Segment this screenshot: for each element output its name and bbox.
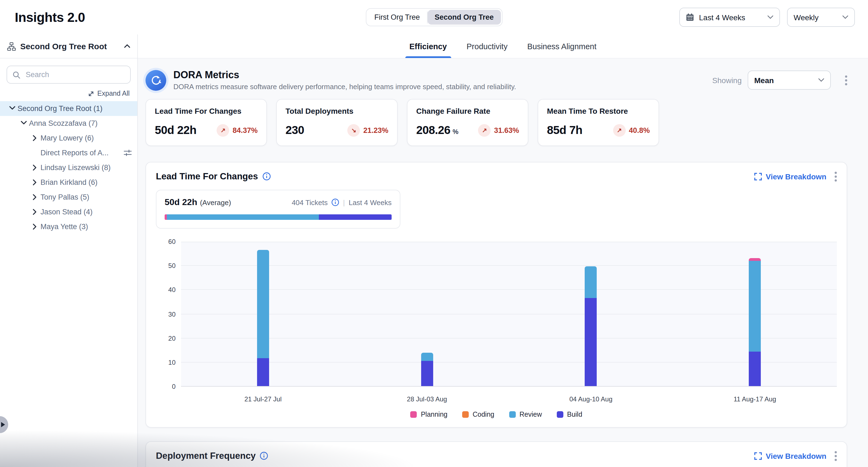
- legend-item-coding[interactable]: Coding: [462, 411, 494, 418]
- summary-qualifier: (Average): [200, 198, 231, 207]
- metric-card-trend-badge: ↘21.23%: [347, 124, 388, 136]
- search-input[interactable]: [25, 70, 125, 79]
- chevron-right-icon[interactable]: [31, 194, 39, 200]
- chevron-right-icon[interactable]: [31, 135, 39, 141]
- deployment-view-breakdown[interactable]: View Breakdown: [754, 452, 827, 460]
- tree-item-1[interactable]: Anna Scozzafava (7): [0, 116, 137, 131]
- tree-item-8[interactable]: Maya Yette (3): [0, 219, 137, 234]
- legend-item-review[interactable]: Review: [509, 411, 542, 418]
- tab-business-alignment[interactable]: Business Alignment: [527, 34, 596, 58]
- metric-card-value: 230: [285, 124, 304, 137]
- filter-sliders-icon[interactable]: [124, 149, 132, 157]
- metric-card-title: Change Failure Rate: [416, 106, 519, 115]
- y-tick-30: 30: [156, 310, 176, 318]
- org-tree: Second Org Tree Root (1)Anna Scozzafava …: [0, 101, 137, 234]
- tree-item-7[interactable]: Jason Stead (4): [0, 205, 137, 219]
- metric-card-trend-badge: ↗31.63%: [478, 124, 519, 136]
- tab-efficiency[interactable]: Efficiency: [409, 34, 447, 58]
- page-title: Insights 2.0: [15, 9, 85, 25]
- chevron-down-icon[interactable]: [19, 120, 28, 126]
- lead-time-menu-kebab-icon[interactable]: [835, 172, 837, 181]
- lead-time-title: Lead Time For Changes: [156, 171, 258, 182]
- tree-item-6[interactable]: Tony Pallas (5): [0, 190, 137, 205]
- chevron-right-icon[interactable]: [31, 179, 39, 185]
- search-icon: [12, 71, 20, 79]
- bar-segment-planning: [749, 258, 761, 261]
- chevron-right-icon[interactable]: [31, 224, 39, 230]
- tree-item-3[interactable]: Direct Reports of A...: [0, 146, 137, 160]
- summary-divider: |: [343, 198, 345, 207]
- lead-time-view-breakdown[interactable]: View Breakdown: [754, 172, 827, 181]
- chart-legend: PlanningCodingReviewBuild: [156, 411, 837, 418]
- tree-item-5[interactable]: Brian Kirkland (6): [0, 175, 137, 190]
- info-icon[interactable]: [332, 198, 339, 206]
- tree-item-2[interactable]: Mary Lowery (6): [0, 131, 137, 146]
- lead-time-panel: Lead Time For Changes View Breakdown 50d…: [146, 162, 847, 428]
- aggregation-select[interactable]: Mean: [748, 70, 831, 90]
- tree-item-label: Mary Lowery (6): [40, 134, 94, 142]
- summary-tickets: 404 Tickets: [292, 198, 328, 207]
- metric-card-delta: 40.8%: [629, 126, 650, 134]
- gridline-50: [181, 265, 837, 266]
- summary-value: 50d 22h: [165, 197, 197, 207]
- tree-item-4[interactable]: Lindsay Liszewski (8): [0, 160, 137, 175]
- lead-time-summary-card: 50d 22h (Average) 404 Tickets | Last 4 W…: [156, 190, 400, 228]
- bar-segment-build: [585, 298, 597, 386]
- metric-card-title: Lead Time For Changes: [155, 106, 258, 115]
- dora-titles: DORA Metrics DORA metrics measure softwa…: [174, 69, 516, 91]
- sidebar-title: Second Org Tree Root: [20, 41, 120, 51]
- toggle-second-org-tree[interactable]: Second Org Tree: [428, 10, 501, 25]
- chevron-down-icon: [842, 15, 848, 19]
- y-tick-10: 10: [156, 359, 176, 366]
- metric-card-value: 85d 7h: [547, 124, 582, 137]
- metric-card-value: 208.26: [416, 124, 451, 137]
- deployment-panel-header: Deployment Frequency View Breakdown: [156, 450, 837, 461]
- metric-card-unit: %: [453, 128, 458, 135]
- y-tick-50: 50: [156, 262, 176, 270]
- chevron-right-icon[interactable]: [31, 209, 39, 215]
- granularity-select[interactable]: Weekly: [787, 8, 855, 27]
- dora-menu-kebab-icon[interactable]: [845, 75, 847, 85]
- chevron-right-icon[interactable]: [31, 165, 39, 170]
- gridline-60: [181, 242, 837, 242]
- bar-04-aug-10-aug: [585, 266, 597, 386]
- trend-up-icon: ↗: [217, 124, 229, 136]
- metric-card-delta: 84.37%: [232, 126, 258, 134]
- gridline-10: [181, 362, 837, 363]
- metric-card-3: Mean Time To Restore85d 7h↗40.8%: [538, 99, 659, 146]
- expand-view-icon: [754, 452, 762, 460]
- metric-card-value-row: 50d 22h↗84.37%: [155, 124, 258, 137]
- tab-productivity[interactable]: Productivity: [467, 34, 507, 58]
- insights-app: Insights 2.0 First Org Tree Second Org T…: [0, 0, 868, 467]
- org-tree-toggle: First Org Tree Second Org Tree: [366, 8, 503, 26]
- showing-control: Showing Mean: [712, 70, 847, 90]
- chevron-down-icon[interactable]: [8, 105, 17, 112]
- metric-card-title: Mean Time To Restore: [547, 106, 650, 115]
- x-label-2: 04 Aug-10 Aug: [569, 395, 613, 403]
- legend-label: Build: [567, 411, 582, 418]
- tree-item-label: Brian Kirkland (6): [40, 178, 98, 186]
- expand-all-button[interactable]: Expand All: [8, 90, 130, 97]
- deployment-menu-kebab-icon[interactable]: [835, 451, 837, 461]
- legend-item-planning[interactable]: Planning: [410, 411, 447, 418]
- metric-card-delta: 21.23%: [363, 126, 388, 134]
- phase-distribution-bar: [165, 214, 392, 220]
- info-icon[interactable]: [262, 172, 271, 181]
- legend-item-build[interactable]: Build: [557, 411, 582, 418]
- chart-plot-area: [181, 242, 837, 386]
- dora-cycle-icon: [146, 70, 166, 91]
- bar-21-jul-27-jul: [257, 250, 269, 386]
- tree-item-0[interactable]: Second Org Tree Root (1): [0, 101, 137, 116]
- main-panel: Efficiency Productivity Business Alignme…: [138, 34, 868, 467]
- sidebar-collapse-handle[interactable]: [0, 416, 8, 433]
- chevron-up-icon[interactable]: [124, 44, 130, 48]
- metric-card-delta: 31.63%: [494, 126, 519, 134]
- metric-card-value: 50d 22h: [155, 124, 196, 137]
- tree-item-label: Anna Scozzafava (7): [29, 119, 98, 127]
- toggle-first-org-tree[interactable]: First Org Tree: [367, 10, 427, 25]
- date-range-select[interactable]: Last 4 Weeks: [679, 8, 780, 27]
- legend-label: Review: [519, 411, 542, 418]
- calendar-icon: [686, 13, 694, 21]
- x-label-1: 28 Jul-03 Aug: [407, 395, 447, 403]
- info-icon[interactable]: [260, 452, 268, 460]
